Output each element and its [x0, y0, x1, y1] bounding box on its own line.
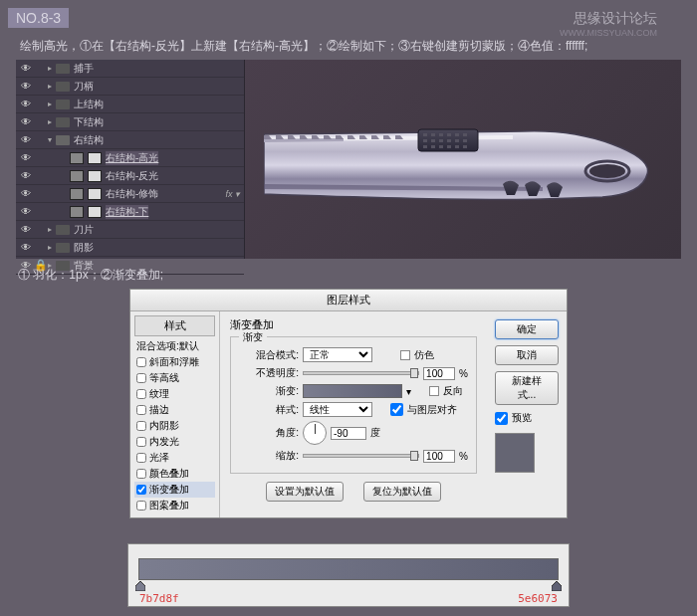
reset-default-button[interactable]: 复位为默认值 — [363, 482, 441, 502]
layer-name: 捕手 — [74, 62, 94, 76]
style-label: 内发光 — [149, 435, 179, 449]
style-select[interactable]: 线性 — [303, 402, 372, 417]
style-label: 描边 — [149, 403, 169, 417]
layer-row[interactable]: 👁 ▸ 阴影 — [16, 239, 244, 257]
opacity-slider[interactable] — [303, 371, 419, 375]
angle-input[interactable] — [331, 427, 366, 440]
style-item[interactable]: 光泽 — [134, 450, 215, 466]
visibility-icon[interactable]: 👁 — [18, 152, 34, 163]
preview-swatch — [495, 433, 535, 473]
style-checkbox[interactable] — [136, 501, 146, 511]
cancel-button[interactable]: 取消 — [495, 345, 559, 365]
svg-rect-9 — [439, 139, 443, 142]
layer-row[interactable]: 👁 ▸ 刀柄 — [16, 78, 244, 96]
mask-thumb — [88, 206, 102, 218]
layers-panel[interactable]: 👁 ▸ 捕手 👁 ▸ 刀柄 👁 ▸ 上结构 👁 ▸ 下结构 👁 ▾ 右结构 👁 — [16, 60, 245, 259]
layer-row[interactable]: 👁 右结构-下 — [16, 203, 244, 221]
style-item[interactable]: 纹理 — [134, 386, 215, 402]
preview-checkbox[interactable] — [495, 412, 508, 425]
folder-icon — [56, 82, 70, 92]
style-item[interactable]: 描边 — [134, 402, 215, 418]
style-checkbox[interactable] — [136, 469, 146, 479]
style-checkbox[interactable] — [136, 453, 146, 463]
layer-row[interactable]: 👁 右结构-高光 — [16, 149, 244, 167]
mask-thumb — [88, 170, 102, 182]
scale-slider[interactable] — [303, 454, 419, 458]
dither-checkbox[interactable] — [400, 350, 410, 360]
style-checkbox[interactable] — [136, 485, 146, 495]
svg-rect-12 — [463, 139, 467, 142]
layer-thumb — [70, 206, 84, 218]
visibility-icon[interactable]: 👁 — [18, 206, 34, 217]
reverse-checkbox[interactable] — [429, 386, 439, 396]
style-label: 等高线 — [149, 371, 179, 385]
style-item[interactable]: 等高线 — [134, 370, 215, 386]
styles-header: 样式 — [134, 315, 215, 336]
dialog-buttons: 确定 取消 新建样式... 预览 — [487, 311, 567, 517]
new-style-button[interactable]: 新建样式... — [495, 371, 559, 405]
align-checkbox[interactable] — [390, 403, 403, 416]
layer-row[interactable]: 👁 ▸ 刀片 — [16, 221, 244, 239]
style-checkbox[interactable] — [136, 389, 146, 399]
blend-mode-select[interactable]: 正常 — [303, 347, 372, 362]
style-item[interactable]: 内阴影 — [134, 418, 215, 434]
fx-badge[interactable]: fx ▾ — [225, 189, 240, 199]
mask-thumb — [88, 188, 102, 200]
visibility-icon[interactable]: 👁 — [18, 170, 34, 181]
layer-row[interactable]: 👁 ▸ 下结构 — [16, 113, 244, 131]
style-checkbox[interactable] — [136, 405, 146, 415]
folder-icon — [56, 135, 70, 145]
layer-thumb — [70, 170, 84, 182]
ok-button[interactable]: 确定 — [495, 319, 559, 339]
visibility-icon[interactable]: 👁 — [18, 188, 34, 199]
workspace: 👁 ▸ 捕手 👁 ▸ 刀柄 👁 ▸ 上结构 👁 ▸ 下结构 👁 ▾ 右结构 👁 — [16, 60, 681, 259]
visibility-icon[interactable]: 👁 — [18, 242, 34, 253]
style-item[interactable]: 内发光 — [134, 434, 215, 450]
scale-input[interactable] — [423, 450, 455, 463]
visibility-icon[interactable]: 👁 — [18, 99, 34, 109]
set-default-button[interactable]: 设置为默认值 — [266, 482, 344, 502]
opacity-input[interactable] — [423, 367, 455, 380]
layer-row[interactable]: 👁 右结构-修饰 fx ▾ — [16, 185, 244, 203]
svg-rect-14 — [431, 145, 435, 148]
style-checkbox[interactable] — [136, 437, 146, 447]
layer-name: 阴影 — [74, 241, 94, 255]
svg-rect-5 — [455, 133, 459, 136]
visibility-icon[interactable]: 👁 — [18, 134, 34, 145]
style-checkbox[interactable] — [136, 421, 146, 431]
mask-thumb — [88, 152, 102, 164]
gradient-stop-left[interactable] — [135, 581, 145, 591]
layer-name: 刀片 — [74, 223, 94, 237]
layer-name: 下结构 — [74, 115, 104, 129]
style-item[interactable]: 图案叠加 — [134, 498, 215, 513]
style-checkbox[interactable] — [136, 373, 146, 383]
blend-options[interactable]: 混合选项:默认 — [134, 338, 215, 354]
style-label: 渐变叠加 — [149, 483, 189, 497]
angle-dial[interactable] — [303, 421, 327, 445]
folder-icon — [56, 100, 70, 109]
instruction-2: ① 羽化：1px；②渐变叠加; — [18, 267, 163, 284]
style-item[interactable]: 斜面和浮雕 — [134, 354, 215, 370]
visibility-icon[interactable]: 👁 — [18, 116, 34, 127]
svg-point-20 — [589, 164, 625, 178]
layer-row[interactable]: 👁 ▾ 右结构 — [16, 131, 244, 149]
gradient-stop-right[interactable] — [552, 581, 562, 591]
visibility-icon[interactable]: 👁 — [18, 81, 34, 92]
layer-row[interactable]: 👁 ▸ 捕手 — [16, 60, 244, 78]
style-item[interactable]: 颜色叠加 — [134, 466, 215, 482]
watermark: 思缘设计论坛 — [574, 10, 657, 28]
watermark-url: WWW.MISSYUAN.COM — [560, 28, 657, 38]
layer-thumb — [70, 152, 84, 164]
layer-row[interactable]: 👁 ▸ 上结构 — [16, 96, 244, 113]
visibility-icon[interactable]: 👁 — [18, 224, 34, 235]
svg-rect-1 — [423, 133, 427, 136]
layer-name: 刀柄 — [74, 80, 94, 94]
gradient-bar[interactable]: 7b7d8f 5e6073 — [138, 558, 559, 580]
visibility-icon[interactable]: 👁 — [18, 63, 34, 74]
style-checkbox[interactable] — [136, 357, 146, 367]
layer-name: 右结构 — [74, 133, 104, 147]
gradient-preview[interactable] — [303, 384, 402, 398]
style-label: 斜面和浮雕 — [149, 355, 199, 369]
layer-row[interactable]: 👁 右结构-反光 — [16, 167, 244, 185]
style-item[interactable]: 渐变叠加 — [134, 482, 215, 498]
